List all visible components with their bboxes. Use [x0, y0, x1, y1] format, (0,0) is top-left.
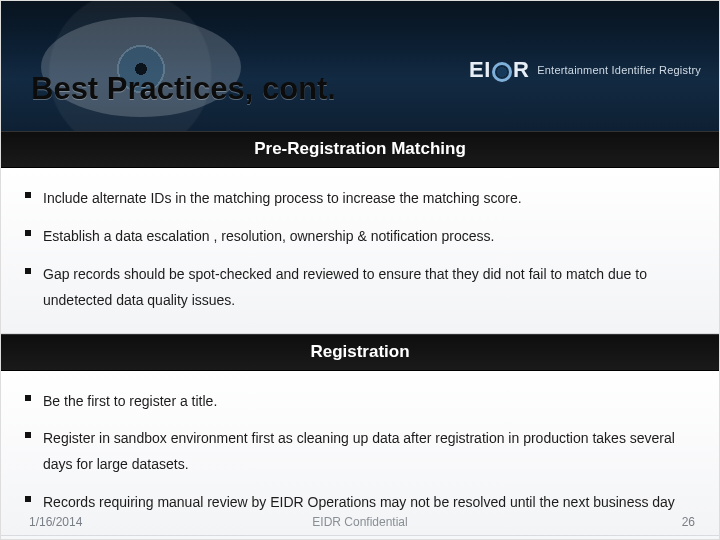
logo-mark-ring-icon	[492, 62, 512, 82]
slide-footer: 1/16/2014 EIDR Confidential 26	[1, 509, 719, 539]
list-item: Gap records should be spot-checked and r…	[23, 256, 697, 320]
slide-header: Best Practices, cont. EI R Entertainment…	[1, 1, 719, 131]
list-item: Include alternate IDs in the matching pr…	[23, 180, 697, 218]
list-item: Register in sandbox environment first as…	[23, 420, 697, 484]
list-item: Establish a data escalation , resolution…	[23, 218, 697, 256]
eidr-logo-mark: EI R	[469, 57, 529, 83]
logo-mark-right: R	[513, 57, 529, 83]
section-pre-registration: Include alternate IDs in the matching pr…	[1, 168, 719, 334]
slide-title: Best Practices, cont.	[31, 71, 336, 107]
bullet-list: Include alternate IDs in the matching pr…	[23, 180, 697, 320]
eidr-logo: EI R Entertainment Identifier Registry	[469, 57, 701, 83]
logo-mark-left: EI	[469, 57, 491, 83]
footer-center: EIDR Confidential	[1, 515, 719, 529]
bullet-list: Be the first to register a title. Regist…	[23, 383, 697, 523]
footer-confidential: EIDR Confidential	[312, 515, 407, 529]
slide-body: Pre-Registration Matching Include altern…	[1, 131, 719, 536]
section-heading: Pre-Registration Matching	[1, 131, 719, 168]
slide: Best Practices, cont. EI R Entertainment…	[0, 0, 720, 540]
logo-subtitle: Entertainment Identifier Registry	[537, 64, 701, 76]
list-item: Be the first to register a title.	[23, 383, 697, 421]
section-heading: Registration	[1, 334, 719, 371]
